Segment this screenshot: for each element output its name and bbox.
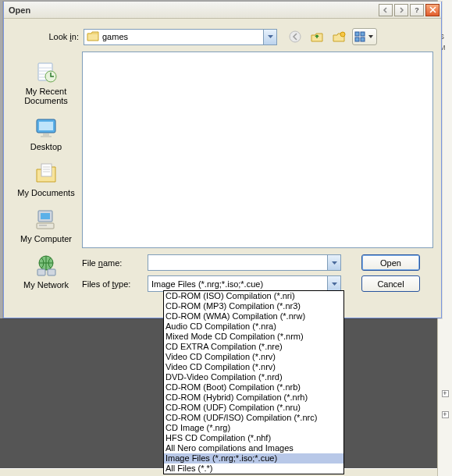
filetype-option[interactable]: CD Image (*.nrg) <box>164 423 343 433</box>
svg-rect-19 <box>48 269 55 275</box>
place-label: My Documents <box>17 188 74 197</box>
filetype-option[interactable]: Image Files (*.nrg;*.iso;*.cue) <box>164 453 343 464</box>
desktop-icon <box>33 115 59 140</box>
filetype-option[interactable]: Audio CD Compilation (*.nra) <box>164 321 343 332</box>
place-my-network[interactable]: My Network <box>12 248 80 294</box>
svg-rect-14 <box>41 213 50 219</box>
svg-point-1 <box>340 32 345 37</box>
back-icon[interactable] <box>287 28 304 45</box>
place-recent-documents[interactable]: My RecentDocuments <box>12 55 80 110</box>
file-name-input[interactable] <box>148 254 341 271</box>
titlebar: Open ? <box>4 2 441 19</box>
filetype-option[interactable]: CD EXTRA Compilation (*.nre) <box>164 342 343 352</box>
chevron-down-icon <box>367 35 375 38</box>
look-in-dropdown-arrow[interactable] <box>263 30 276 44</box>
titlebar-next-button[interactable] <box>394 4 408 16</box>
open-button[interactable]: Open <box>361 254 420 271</box>
svg-rect-18 <box>37 269 45 275</box>
filetype-option[interactable]: CD-ROM (UDF) Compilation (*.nru) <box>164 403 343 413</box>
filetype-option[interactable]: All Nero compilations and Images <box>164 443 343 453</box>
places-bar: My RecentDocuments Desktop <box>12 52 80 248</box>
place-desktop[interactable]: Desktop <box>12 110 80 156</box>
place-my-documents[interactable]: My Documents <box>12 156 80 202</box>
close-button[interactable] <box>425 4 440 16</box>
look-in-combo[interactable]: games <box>84 29 277 45</box>
my-network-icon <box>33 253 59 278</box>
folder-icon <box>87 31 99 42</box>
filetype-option[interactable]: DVD-Video Compilation (*.nrd) <box>164 372 343 382</box>
titlebar-prev-button[interactable] <box>379 4 393 16</box>
filetype-option[interactable]: CD-ROM (UDF/ISO) Compilation (*.nrc) <box>164 413 343 423</box>
new-folder-icon[interactable] <box>330 28 347 45</box>
window-title: Open <box>9 5 377 15</box>
filetype-option[interactable]: All Files (*.*) <box>164 464 343 474</box>
svg-rect-2 <box>355 32 359 36</box>
up-one-level-icon[interactable] <box>308 28 326 45</box>
filetype-option[interactable]: CD-ROM (WMA) Compilation (*.nrw) <box>164 311 343 321</box>
tree-expand-icon[interactable]: + <box>442 390 449 397</box>
look-in-value: games <box>102 32 128 41</box>
filetype-option[interactable]: HFS CD Compilation (*.nhf) <box>164 433 343 443</box>
my-documents-icon <box>33 161 59 186</box>
view-menu-button[interactable] <box>352 28 377 45</box>
svg-rect-10 <box>43 133 49 136</box>
svg-rect-5 <box>361 37 365 41</box>
place-label: My Network <box>23 280 69 290</box>
help-button[interactable]: ? <box>410 4 424 16</box>
svg-rect-16 <box>39 225 47 226</box>
place-label: My Computer <box>20 234 72 243</box>
filetype-option[interactable]: CD-ROM (MP3) Compilation (*.nr3) <box>164 301 343 311</box>
place-my-computer[interactable]: My Computer <box>12 202 80 248</box>
file-list-area[interactable] <box>82 52 433 248</box>
cancel-button[interactable]: Cancel <box>361 275 420 292</box>
files-of-type-dropdown-arrow[interactable] <box>327 276 340 291</box>
file-name-label: File name: <box>82 258 148 268</box>
place-label: Desktop <box>30 142 62 151</box>
look-in-label: Look in: <box>35 32 84 41</box>
file-name-dropdown-arrow[interactable] <box>327 255 340 270</box>
filetype-option[interactable]: CD-ROM (Hybrid) Compilation (*.nrh) <box>164 393 343 403</box>
filetype-option[interactable]: CD-ROM (Boot) Compilation (*.nrb) <box>164 382 343 393</box>
filetype-option[interactable]: Mixed Mode CD Compilation (*.nrm) <box>164 332 343 342</box>
svg-rect-9 <box>39 122 53 130</box>
files-of-type-dropdown-list[interactable]: CD-ROM (ISO) Compilation (*.nri)CD-ROM (… <box>163 290 344 474</box>
filetype-option[interactable]: CD-ROM (ISO) Compilation (*.nri) <box>164 291 343 301</box>
filetype-option[interactable]: Video CD Compilation (*.nrv) <box>164 352 343 362</box>
files-of-type-value: Image Files (*.nrg;*.iso;*.cue) <box>151 279 263 289</box>
my-computer-icon <box>33 207 59 232</box>
filetype-option[interactable]: Video CD Compilation (*.nrv) <box>164 362 343 372</box>
svg-rect-3 <box>361 32 365 36</box>
recent-documents-icon <box>33 59 59 84</box>
place-label: My RecentDocuments <box>24 87 68 105</box>
svg-rect-12 <box>41 164 52 176</box>
open-dialog: Open ? Look in: games <box>3 2 442 318</box>
files-of-type-label: Files of type: <box>82 279 148 289</box>
dialog-body: Look in: games <box>4 19 441 318</box>
svg-point-0 <box>290 31 301 42</box>
svg-rect-11 <box>41 136 52 137</box>
svg-rect-4 <box>355 37 359 41</box>
files-of-type-combo[interactable]: Image Files (*.nrg;*.iso;*.cue) <box>148 275 341 292</box>
tree-expand-icon[interactable]: + <box>442 411 449 418</box>
